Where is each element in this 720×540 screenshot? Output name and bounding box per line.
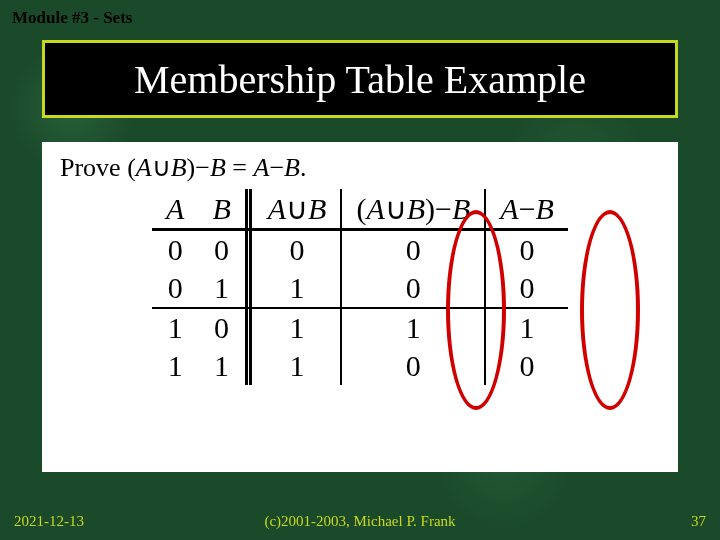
cell: 0 xyxy=(485,347,568,385)
prove-mid: )− xyxy=(187,153,210,182)
c4b: B xyxy=(407,192,425,225)
cell: 1 xyxy=(485,308,568,347)
module-header: Module #3 - Sets xyxy=(12,8,132,28)
cell: 1 xyxy=(152,308,198,347)
c3o: ∪ xyxy=(286,192,308,225)
col-A: A xyxy=(152,189,198,230)
table-row: 0 1 1 0 0 xyxy=(152,269,568,308)
prove-end: . xyxy=(300,153,307,182)
content-panel: Prove (A∪B)−B = A−B. A B A∪B (A∪B)−B A−B… xyxy=(42,142,678,472)
module-header-text: Module #3 - Sets xyxy=(12,8,132,27)
slide-title: Membership Table Example xyxy=(134,56,586,103)
c4m: − xyxy=(435,192,452,225)
slide-title-box: Membership Table Example xyxy=(42,40,678,118)
table-row: 1 1 1 0 0 xyxy=(152,347,568,385)
cell: 0 xyxy=(152,230,198,270)
cell: 1 xyxy=(246,308,341,347)
cell: 0 xyxy=(198,308,246,347)
membership-table: A B A∪B (A∪B)−B A−B 0 0 0 0 0 0 1 xyxy=(152,189,568,385)
cell: 0 xyxy=(198,230,246,270)
cell: 0 xyxy=(485,269,568,308)
footer-page: 37 xyxy=(691,513,706,530)
prove-B3: B xyxy=(284,153,300,182)
prove-union: ∪ xyxy=(152,153,171,182)
c5p: A xyxy=(500,192,518,225)
cell: 0 xyxy=(341,347,485,385)
table-row: 1 0 1 1 1 xyxy=(152,308,568,347)
footer-copyright-text: (c)2001-2003, Michael P. Frank xyxy=(264,513,455,529)
c3q: B xyxy=(308,192,326,225)
c3p: A xyxy=(268,192,286,225)
c5q: B xyxy=(536,192,554,225)
prove-eq: = xyxy=(226,153,254,182)
footer-copyright: (c)2001-2003, Michael P. Frank xyxy=(0,513,720,530)
cell: 0 xyxy=(485,230,568,270)
c4p: B xyxy=(452,192,470,225)
prove-line: Prove (A∪B)−B = A−B. xyxy=(60,152,660,183)
prove-A2: A xyxy=(254,153,270,182)
c4o: ∪ xyxy=(385,192,407,225)
table-wrap: A B A∪B (A∪B)−B A−B 0 0 0 0 0 0 1 xyxy=(60,189,660,385)
cell: 1 xyxy=(198,347,246,385)
col-AuB-minus-B: (A∪B)−B xyxy=(341,189,485,230)
col-A-label: A xyxy=(166,192,184,225)
cell: 0 xyxy=(246,230,341,270)
prove-A: A xyxy=(136,153,152,182)
prove-B: B xyxy=(171,153,187,182)
prove-minus: − xyxy=(269,153,284,182)
table-row: 0 0 0 0 0 xyxy=(152,230,568,270)
col-B: B xyxy=(198,189,246,230)
c4a: A xyxy=(366,192,384,225)
cell: 1 xyxy=(152,347,198,385)
c5o: − xyxy=(519,192,536,225)
cell: 0 xyxy=(341,230,485,270)
cell: 1 xyxy=(198,269,246,308)
cell: 0 xyxy=(152,269,198,308)
table-header-row: A B A∪B (A∪B)−B A−B xyxy=(152,189,568,230)
footer-page-number: 37 xyxy=(691,513,706,529)
cell: 1 xyxy=(341,308,485,347)
col-A-minus-B: A−B xyxy=(485,189,568,230)
col-AuB: A∪B xyxy=(246,189,341,230)
cell: 0 xyxy=(341,269,485,308)
cell: 1 xyxy=(246,347,341,385)
prove-B2: B xyxy=(210,153,226,182)
prove-text: Prove ( xyxy=(60,153,136,182)
cell: 1 xyxy=(246,269,341,308)
col-B-label: B xyxy=(212,192,230,225)
